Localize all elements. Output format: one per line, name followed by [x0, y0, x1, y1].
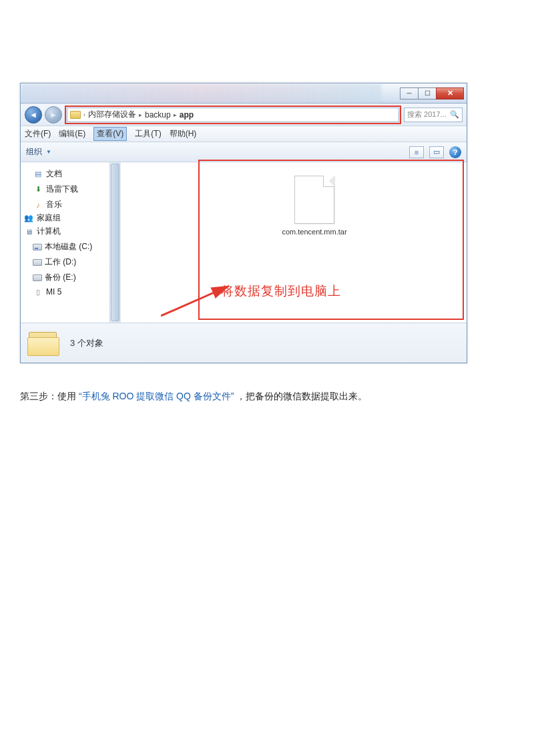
- document-icon: ▤: [33, 170, 43, 179]
- maximize-button[interactable]: ☐: [418, 87, 437, 100]
- search-icon: 🔍: [450, 110, 459, 119]
- nav-back-button[interactable]: ◄: [25, 106, 42, 124]
- file-icon: [294, 176, 334, 224]
- folder-icon: [27, 329, 61, 357]
- svg-line-0: [161, 287, 228, 316]
- annotation-text: 将数据复制到电脑上: [221, 282, 341, 300]
- search-input[interactable]: 搜索 2017... 🔍: [404, 108, 463, 122]
- titlebar: ─ ☐ ✕: [21, 83, 467, 104]
- file-list-area[interactable]: com.tencent.mm.tar 将数据复制到电脑上: [121, 162, 467, 323]
- status-text: 3 个对象: [70, 337, 103, 349]
- view-mode-button[interactable]: ≡: [409, 146, 424, 158]
- help-button[interactable]: ?: [449, 146, 461, 158]
- address-highlight-annotation: ‹ 内部存储设备 ▸ backup ▸ app: [65, 106, 401, 124]
- explorer-window: ─ ☐ ✕ ◄ ► ‹ 内部存储设备 ▸ backup ▸ app 搜索 201…: [20, 83, 467, 363]
- caption-prefix: 第三步：使用: [20, 391, 76, 401]
- minimize-button[interactable]: ─: [400, 87, 419, 100]
- preview-pane-button[interactable]: ▭: [429, 146, 444, 158]
- drive-icon: [33, 244, 42, 250]
- computer-icon: 🖥: [23, 227, 34, 236]
- menu-view[interactable]: 查看(V): [93, 127, 127, 141]
- breadcrumb-segment[interactable]: 内部存储设备: [88, 109, 136, 120]
- sidebar-item-backup-e[interactable]: 备份 (E:): [33, 270, 117, 285]
- status-bar: 3 个对象: [21, 323, 467, 363]
- sidebar-scrollbar[interactable]: [109, 162, 120, 323]
- file-name: com.tencent.mm.tar: [274, 228, 354, 236]
- caption-link[interactable]: “手机兔 ROO 提取微信 QQ 备份文件”: [79, 391, 234, 401]
- organize-button[interactable]: 组织: [26, 146, 42, 158]
- drive-icon: [33, 274, 42, 281]
- sidebar-item-computer[interactable]: 🖥计算机: [23, 226, 117, 239]
- menu-help[interactable]: 帮助(H): [170, 128, 197, 140]
- folder-icon: [70, 111, 81, 119]
- drive-icon: [33, 259, 42, 266]
- sidebar-item-work-d[interactable]: 工作 (D:): [33, 254, 117, 270]
- caption-suffix: ，把备份的微信数据提取出来。: [236, 391, 367, 401]
- download-icon: ⬇: [33, 185, 43, 194]
- address-bar[interactable]: ‹ 内部存储设备 ▸ backup ▸ app: [67, 108, 399, 122]
- menu-edit[interactable]: 编辑(E): [59, 128, 85, 140]
- close-button[interactable]: ✕: [436, 87, 464, 100]
- phone-icon: ▯: [33, 287, 43, 297]
- menu-file[interactable]: 文件(F): [25, 128, 51, 140]
- toolbar: 组织 ▼ ≡ ▭ ?: [21, 142, 467, 162]
- sidebar-item-homegroup[interactable]: 👥家庭组: [23, 212, 117, 226]
- sidebar-item-mi5[interactable]: ▯MI 5: [33, 285, 117, 299]
- sidebar-item-music[interactable]: ♪音乐: [33, 197, 117, 212]
- chevron-down-icon: ▼: [46, 149, 51, 155]
- breadcrumb-segment[interactable]: backup: [145, 110, 171, 120]
- nav-row: ◄ ► ‹ 内部存储设备 ▸ backup ▸ app 搜索 2017... 🔍: [21, 104, 467, 126]
- breadcrumb-segment[interactable]: app: [180, 110, 194, 120]
- menu-bar: 文件(F) 编辑(E) 查看(V) 工具(T) 帮助(H): [21, 126, 467, 142]
- sidebar: ▤文档 ⬇迅雷下载 ♪音乐 👥家庭组 🖥计算机 本地磁盘 (C:) 工作 (D:…: [21, 162, 121, 323]
- file-item[interactable]: com.tencent.mm.tar: [274, 176, 354, 236]
- music-icon: ♪: [33, 200, 43, 210]
- menu-tools[interactable]: 工具(T): [135, 128, 161, 140]
- search-placeholder: 搜索 2017...: [407, 110, 447, 120]
- sidebar-item-thunder[interactable]: ⬇迅雷下载: [33, 182, 117, 197]
- nav-forward-button[interactable]: ►: [45, 106, 62, 124]
- sidebar-item-documents[interactable]: ▤文档: [33, 166, 117, 182]
- sidebar-item-local-c[interactable]: 本地磁盘 (C:): [33, 239, 117, 254]
- caption-paragraph: 第三步：使用 “手机兔 ROO 提取微信 QQ 备份文件” ，把备份的微信数据提…: [20, 389, 514, 403]
- homegroup-icon: 👥: [23, 214, 34, 223]
